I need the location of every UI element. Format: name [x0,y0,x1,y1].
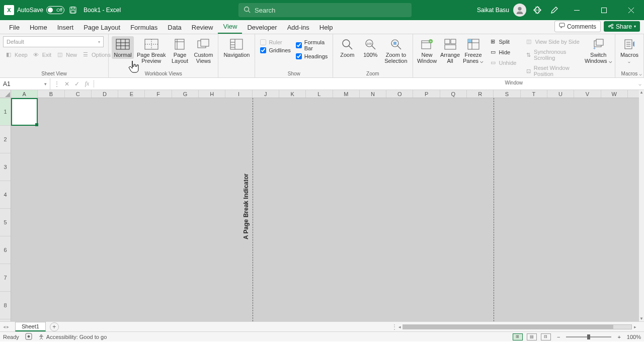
tab-insert[interactable]: Insert [52,21,79,34]
scroll-down-icon[interactable]: ▼ [639,316,644,321]
column-header[interactable]: Q [440,90,467,98]
new-window-button[interactable]: + New Window [416,36,438,65]
row-header[interactable]: 3 [0,153,11,181]
macros-button[interactable]: Macros⌵ [618,36,640,66]
macro-record-icon[interactable] [25,333,32,341]
column-header[interactable]: N [360,90,386,98]
maximize-button[interactable] [593,0,615,20]
share-button[interactable]: Share ▾ [604,21,640,32]
tab-data[interactable]: Data [163,21,186,34]
tab-view[interactable]: View [218,20,242,34]
column-header[interactable]: U [547,90,574,98]
column-header[interactable]: A [11,90,38,98]
column-header[interactable]: J [253,90,279,98]
zoom-level[interactable]: 100% [627,334,641,340]
column-header[interactable]: C [65,90,92,98]
zoom-slider[interactable] [566,336,611,337]
scroll-up-icon[interactable]: ▲ [639,90,644,95]
tab-add-ins[interactable]: Add-ins [282,21,314,34]
zoom-in-button[interactable]: + [615,334,622,340]
column-header[interactable]: S [494,90,520,98]
normal-view-button[interactable]: Normal [112,36,134,59]
spreadsheet-grid[interactable]: ABCDEFGHIJKLMNOPQRSTUVW 12345678 A Page … [0,90,644,321]
active-cell[interactable] [11,98,38,126]
custom-views-button[interactable]: Custom Views [192,36,215,65]
accessibility-status[interactable]: Accessibility: Good to go [38,334,107,340]
scroll-right-icon[interactable]: ▸ [632,324,638,329]
column-header[interactable]: P [413,90,440,98]
column-header[interactable]: I [225,90,252,98]
page-break-preview-button[interactable]: Page Break Preview [135,36,168,65]
user-account[interactable]: Saikat Basu [477,4,526,17]
navigation-button[interactable]: Navigation [221,36,252,59]
zoom-100-button[interactable]: 100 100% [359,36,381,59]
switch-windows-button[interactable]: Switch Windows ⌵ [585,36,612,65]
row-headers[interactable]: 12345678 [0,98,11,321]
row-header[interactable]: 8 [0,292,11,319]
zoom-selection-button[interactable]: Zoom to Selection [382,36,409,65]
next-sheet-icon[interactable]: ▸ [7,324,9,329]
cells-area[interactable]: A Page Break Indicator [11,98,639,321]
page-layout-button[interactable]: Page Layout [169,36,191,65]
select-all-corner[interactable] [0,90,11,98]
row-header[interactable]: 5 [0,209,11,236]
toggle-switch[interactable]: Off [46,6,64,14]
formula-bar-checkbox[interactable]: Formula Bar [296,39,328,51]
column-header[interactable]: O [386,90,413,98]
page-layout-view-icon[interactable]: ▤ [527,333,537,340]
tab-home[interactable]: Home [25,21,52,34]
column-header[interactable]: G [172,90,199,98]
gridlines-checkbox[interactable]: Gridlines [260,47,290,53]
add-sheet-button[interactable]: + [50,322,59,331]
row-header[interactable]: 1 [0,98,11,126]
scroll-left-icon[interactable]: ◂ [396,324,403,329]
minimize-button[interactable] [566,0,588,20]
column-header[interactable]: T [521,90,547,98]
column-header[interactable]: K [279,90,306,98]
expand-formula-bar[interactable]: ⌵ [636,81,644,87]
tab-developer[interactable]: Developer [242,21,282,34]
collapse-ribbon-button[interactable]: ⌵ [639,71,642,76]
zoom-out-button[interactable]: − [555,334,562,340]
scrollbar-thumb[interactable] [403,325,613,329]
pen-icon[interactable] [548,4,560,16]
row-header[interactable]: 7 [0,264,11,292]
search-input[interactable] [255,7,407,14]
split-button[interactable]: ⊞Split [488,37,519,46]
prev-sheet-icon[interactable]: ◂ [3,324,6,329]
tab-formulas[interactable]: Formulas [125,21,163,34]
save-button[interactable] [67,5,78,16]
headings-checkbox[interactable]: Headings [296,53,328,59]
freeze-panes-button[interactable]: Freeze Panes ⌵ [462,36,485,65]
column-header[interactable]: R [467,90,494,98]
column-header[interactable]: W [601,90,628,98]
horizontal-scrollbar[interactable]: ⋮ ◂ ▸ [391,323,638,330]
page-break-view-icon[interactable]: ⊟ [541,333,551,340]
column-header[interactable]: F [145,90,172,98]
comments-button[interactable]: Comments [554,21,601,32]
row-header[interactable]: 4 [0,181,11,209]
arrange-all-button[interactable]: Arrange All [439,36,461,65]
tab-review[interactable]: Review [187,21,218,34]
diamond-icon[interactable] [531,4,543,16]
name-box[interactable]: A1 ▾ [0,78,50,90]
tab-page-layout[interactable]: Page Layout [78,21,125,34]
sheet-view-dropdown[interactable]: Default ▾ [3,36,104,47]
row-header[interactable]: 6 [0,236,11,264]
tab-file[interactable]: File [4,21,25,34]
hide-button[interactable]: ▭Hide [488,48,519,56]
row-header[interactable]: 2 [0,126,11,153]
fx-icon[interactable]: fx [83,80,92,88]
column-header[interactable]: M [333,90,360,98]
vertical-scrollbar[interactable]: ▲ ▼ [639,90,644,321]
column-header[interactable]: L [306,90,333,98]
column-header[interactable]: E [118,90,145,98]
search-box[interactable] [238,3,412,17]
column-header[interactable]: B [38,90,64,98]
more-icon[interactable]: ⋮ [52,80,61,88]
column-header[interactable]: V [574,90,601,98]
autosave-toggle[interactable]: AutoSave Off [17,6,64,14]
column-header[interactable]: D [92,90,118,98]
close-button[interactable] [620,0,642,20]
sheet-tab[interactable]: Sheet1 [15,322,46,331]
